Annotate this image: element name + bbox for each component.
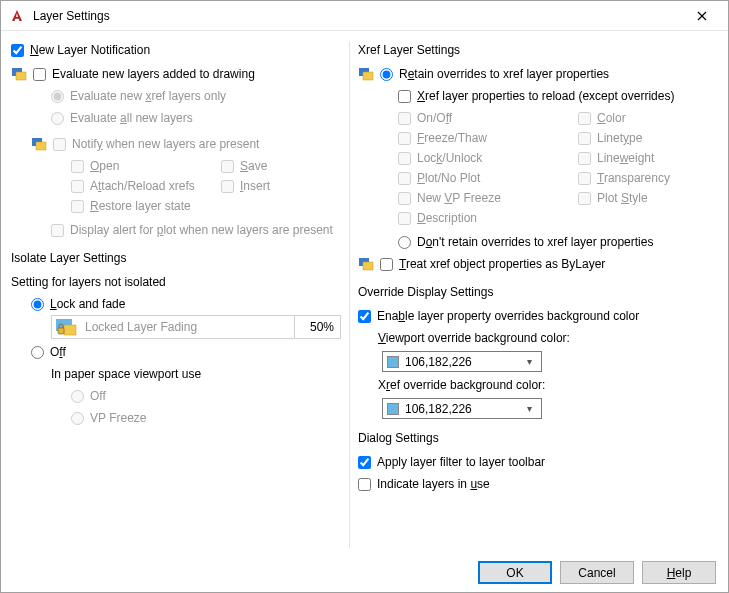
svg-rect-6 bbox=[58, 328, 64, 334]
xref-bg-value: 106,182,226 bbox=[405, 400, 472, 418]
treat-bylayer-check[interactable]: Treat xref object properties as ByLayer bbox=[380, 255, 605, 273]
description-check: Description bbox=[398, 209, 477, 227]
off-radio[interactable]: Off bbox=[31, 343, 66, 361]
xref-bg-select[interactable]: 106,182,226 ▾ bbox=[382, 398, 542, 419]
paper-off-radio: Off bbox=[71, 387, 106, 405]
plotstyle-check: Plot Style bbox=[578, 189, 648, 207]
restore-state-check: Restore layer state bbox=[71, 197, 191, 215]
paper-space-label: In paper space viewport use bbox=[11, 365, 341, 383]
locked-fading-control[interactable]: Locked Layer Fading 50% bbox=[51, 315, 341, 339]
lock-fade-icon bbox=[51, 315, 79, 339]
viewport-bg-select[interactable]: 106,182,226 ▾ bbox=[382, 351, 542, 372]
freezethaw-check: Freeze/Thaw bbox=[398, 129, 487, 147]
titlebar: Layer Settings bbox=[1, 1, 728, 31]
layers-icon bbox=[31, 136, 47, 152]
locked-fading-percent[interactable]: 50% bbox=[295, 315, 341, 339]
ok-button[interactable]: OK bbox=[478, 561, 552, 584]
attach-reload-check: Attach/Reload xrefs bbox=[71, 177, 195, 195]
transparency-check: Transparency bbox=[578, 169, 670, 187]
locked-fading-label: Locked Layer Fading bbox=[79, 315, 295, 339]
close-button[interactable] bbox=[682, 3, 722, 29]
help-button[interactable]: Help bbox=[642, 561, 716, 584]
chevron-down-icon: ▾ bbox=[521, 353, 537, 371]
isolate-header: Isolate Layer Settings bbox=[11, 251, 341, 265]
notify-present-check: Notify when new layers are present bbox=[53, 135, 259, 153]
left-panel: New Layer Notification Evaluate new laye… bbox=[11, 39, 345, 548]
indicate-in-use-check[interactable]: Indicate layers in use bbox=[358, 475, 490, 493]
svg-rect-3 bbox=[36, 142, 46, 150]
layers-icon bbox=[11, 66, 27, 82]
right-panel: Xref Layer Settings Retain overrides to … bbox=[354, 39, 718, 548]
window-title: Layer Settings bbox=[33, 9, 682, 23]
layers-icon bbox=[358, 66, 374, 82]
evaluate-all-new-radio: Evaluate all new layers bbox=[51, 109, 193, 127]
new-layer-notification-check[interactable]: New Layer Notification bbox=[11, 41, 150, 59]
app-icon bbox=[9, 8, 25, 24]
not-isolated-label: Setting for layers not isolated bbox=[11, 273, 341, 291]
svg-rect-10 bbox=[363, 262, 373, 270]
open-check: Open bbox=[71, 157, 119, 175]
apply-filter-check[interactable]: Apply layer filter to layer toolbar bbox=[358, 453, 545, 471]
chevron-down-icon: ▾ bbox=[521, 400, 537, 418]
lockunlock-check: Lock/Unlock bbox=[398, 149, 482, 167]
linetype-check: Linetype bbox=[578, 129, 642, 147]
color-swatch bbox=[387, 356, 399, 368]
onoff-check: On/Off bbox=[398, 109, 452, 127]
insert-check: Insert bbox=[221, 177, 270, 195]
save-check: Save bbox=[221, 157, 267, 175]
display-alert-check: Display alert for plot when new layers a… bbox=[51, 221, 333, 239]
panel-divider bbox=[349, 41, 350, 548]
evaluate-xref-only-radio: Evaluate new xref layers only bbox=[51, 87, 226, 105]
button-bar: OK Cancel Help bbox=[478, 561, 716, 584]
svg-rect-8 bbox=[363, 72, 373, 80]
layers-icon bbox=[358, 256, 374, 272]
layer-settings-dialog: Layer Settings New Layer Notification Ev… bbox=[0, 0, 729, 593]
xref-reload-except-check[interactable]: Xref layer properties to reload (except … bbox=[398, 87, 674, 105]
plotnoplot-check: Plot/No Plot bbox=[398, 169, 480, 187]
svg-rect-5 bbox=[64, 325, 76, 335]
color-swatch bbox=[387, 403, 399, 415]
viewport-bg-label: Viewport override background color: bbox=[358, 329, 718, 347]
color-check: Color bbox=[578, 109, 626, 127]
retain-overrides-radio[interactable]: Retain overrides to xref layer propertie… bbox=[380, 65, 609, 83]
vp-freeze-radio: VP Freeze bbox=[71, 409, 146, 427]
newvpfreeze-check: New VP Freeze bbox=[398, 189, 501, 207]
override-header: Override Display Settings bbox=[358, 285, 718, 299]
evaluate-new-layers-check[interactable]: Evaluate new layers added to drawing bbox=[33, 65, 255, 83]
dont-retain-radio[interactable]: Don't retain overrides to xref layer pro… bbox=[398, 233, 653, 251]
lineweight-check: Lineweight bbox=[578, 149, 654, 167]
xref-header: Xref Layer Settings bbox=[358, 43, 718, 57]
svg-rect-1 bbox=[16, 72, 26, 80]
dialog-header: Dialog Settings bbox=[358, 431, 718, 445]
cancel-button[interactable]: Cancel bbox=[560, 561, 634, 584]
lock-and-fade-radio[interactable]: Lock and fade bbox=[31, 295, 125, 313]
xref-bg-label: Xref override background color: bbox=[358, 376, 718, 394]
viewport-bg-value: 106,182,226 bbox=[405, 353, 472, 371]
enable-override-bg-check[interactable]: Enable layer property overrides backgrou… bbox=[358, 307, 639, 325]
